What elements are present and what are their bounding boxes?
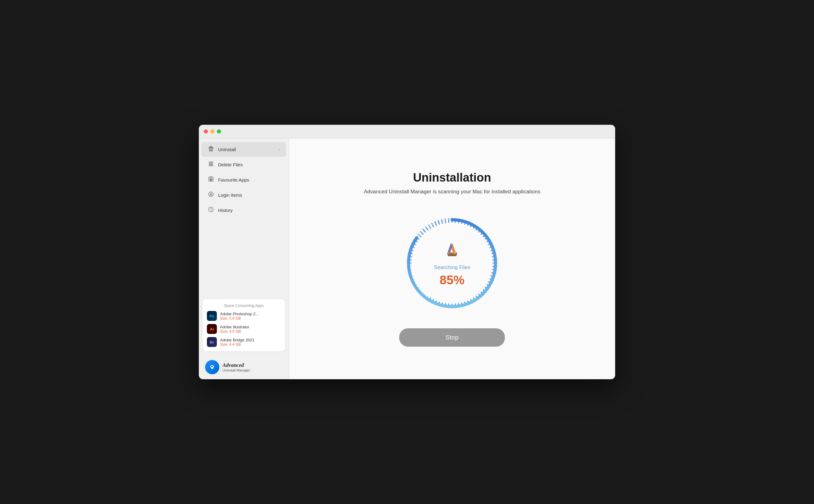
svg-rect-1	[210, 146, 212, 147]
brand-sub: Uninstall Manager	[223, 368, 250, 372]
app-size-photoshop: Size: 5.9 GB	[220, 316, 259, 321]
sidebar-item-label-login-items: Login Items	[218, 192, 280, 198]
favourite-apps-icon	[208, 176, 215, 183]
space-consuming-box: Space Consuming Apps Ps Adobe Photoshop …	[202, 299, 285, 351]
sidebar-item-label-uninstall: Uninstall	[218, 147, 275, 152]
svg-rect-6	[209, 163, 213, 164]
app-name-photoshop: Adobe Photoshop 2...	[220, 312, 259, 316]
progress-status-label: Searching Files	[434, 264, 470, 271]
page-subtitle: Advanced Uninstall Manager is scanning y…	[364, 189, 540, 195]
app-window: Uninstall › Delete Files	[199, 125, 615, 379]
sidebar-item-history[interactable]: History	[201, 203, 286, 218]
minimize-button[interactable]	[210, 129, 215, 133]
sidebar-navigation: Uninstall › Delete Files	[199, 138, 289, 295]
app-size-illustrator: Size: 4.5 GB	[220, 329, 250, 334]
app-content: Uninstall › Delete Files	[199, 138, 615, 379]
login-items-icon	[208, 191, 215, 199]
titlebar	[199, 125, 615, 138]
brand-name: Advanced	[223, 362, 250, 368]
list-item: Ai Adobe Illustrator Size: 4.5 GB	[207, 324, 281, 334]
stop-button[interactable]: Stop	[399, 328, 505, 347]
chevron-right-icon: ›	[279, 147, 280, 152]
svg-line-32	[441, 220, 442, 223]
trash-icon	[208, 146, 215, 153]
app-info-illustrator: Adobe Illustrator Size: 4.5 GB	[220, 325, 250, 334]
brand-text: Advanced Uninstall Manager	[223, 362, 250, 372]
list-item: Ps Adobe Photoshop 2... Size: 5.9 GB	[207, 311, 281, 321]
brand-logo	[205, 360, 219, 374]
sidebar-item-favourite-apps[interactable]: Favourite Apps	[201, 173, 286, 187]
svg-rect-8	[209, 165, 213, 166]
page-title: Uninstallation	[413, 171, 491, 184]
list-item: Br Adobe Bridge 2021 Size: 4.4 GB	[207, 337, 281, 347]
traffic-lights	[204, 129, 221, 133]
app-name-bridge: Adobe Bridge 2021	[220, 338, 255, 342]
app-info-bridge: Adobe Bridge 2021 Size: 4.4 GB	[220, 338, 255, 347]
svg-point-11	[211, 179, 211, 180]
sidebar-item-login-items[interactable]: Login Items	[201, 188, 286, 202]
fullscreen-button[interactable]	[217, 129, 221, 133]
progress-container: Searching Files 85%	[399, 210, 505, 316]
main-content: Uninstallation Advanced Uninstall Manage…	[289, 138, 615, 379]
svg-rect-7	[209, 164, 213, 165]
progress-percent: 85%	[440, 273, 464, 287]
app-name-illustrator: Adobe Illustrator	[220, 325, 250, 329]
app-info-photoshop: Adobe Photoshop 2... Size: 5.9 GB	[220, 312, 259, 321]
space-consuming-title: Space Consuming Apps	[207, 304, 281, 308]
svg-line-34	[449, 218, 449, 222]
svg-line-33	[445, 219, 445, 223]
progress-center: Searching Files 85%	[434, 240, 470, 287]
history-icon	[208, 207, 215, 214]
close-button[interactable]	[204, 129, 208, 133]
svg-rect-98	[448, 254, 456, 256]
bridge-icon: Br	[207, 337, 217, 347]
app-size-bridge: Size: 4.4 GB	[220, 342, 255, 347]
sidebar-item-label-history: History	[218, 208, 280, 213]
svg-rect-5	[209, 162, 213, 162]
sidebar-item-delete-files[interactable]: Delete Files	[201, 157, 286, 172]
app-icon-svg	[441, 240, 463, 262]
brand-footer: Advanced Uninstall Manager	[199, 355, 289, 379]
sidebar-item-uninstall[interactable]: Uninstall ›	[201, 142, 286, 157]
sidebar-item-label-delete-files: Delete Files	[218, 162, 280, 167]
sidebar-item-label-favourite-apps: Favourite Apps	[218, 177, 280, 182]
sidebar: Uninstall › Delete Files	[199, 138, 289, 379]
delete-files-icon	[208, 161, 215, 168]
photoshop-icon: Ps	[207, 311, 217, 321]
illustrator-icon: Ai	[207, 324, 217, 334]
